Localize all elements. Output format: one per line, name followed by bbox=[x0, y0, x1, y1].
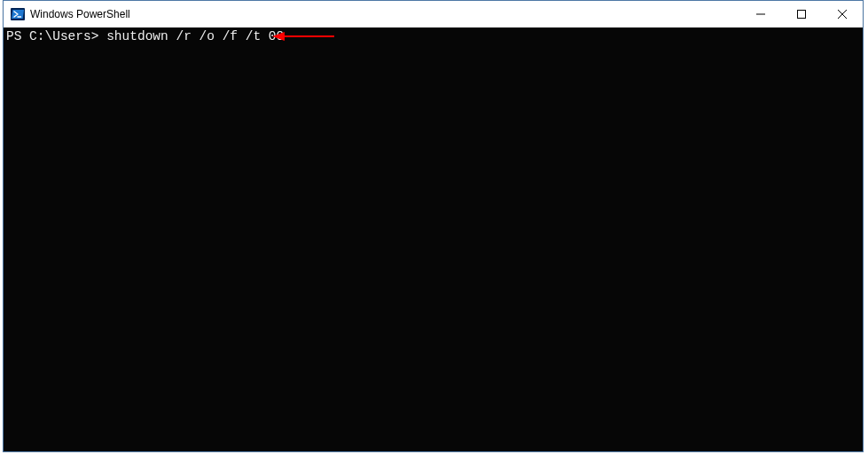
close-button[interactable] bbox=[822, 1, 863, 27]
terminal-area[interactable]: PS C:\Users> shutdown /r /o /f /t 00 bbox=[4, 27, 863, 451]
powershell-icon bbox=[11, 7, 25, 21]
minimize-button[interactable] bbox=[740, 1, 781, 27]
window-title: Windows PowerShell bbox=[30, 8, 740, 20]
maximize-icon bbox=[797, 10, 806, 19]
powershell-window: Windows PowerShell PS C:\Users> shutdow bbox=[3, 0, 864, 452]
minimize-icon bbox=[756, 10, 765, 19]
command-text: shutdown /r /o /f /t 00 bbox=[106, 29, 284, 43]
prompt: PS C:\Users> bbox=[6, 29, 106, 43]
svg-rect-3 bbox=[798, 11, 806, 19]
close-icon bbox=[838, 10, 847, 19]
terminal-line: PS C:\Users> shutdown /r /o /f /t 00 bbox=[6, 28, 863, 44]
window-controls bbox=[740, 1, 863, 27]
titlebar[interactable]: Windows PowerShell bbox=[4, 1, 863, 27]
maximize-button[interactable] bbox=[781, 1, 822, 27]
